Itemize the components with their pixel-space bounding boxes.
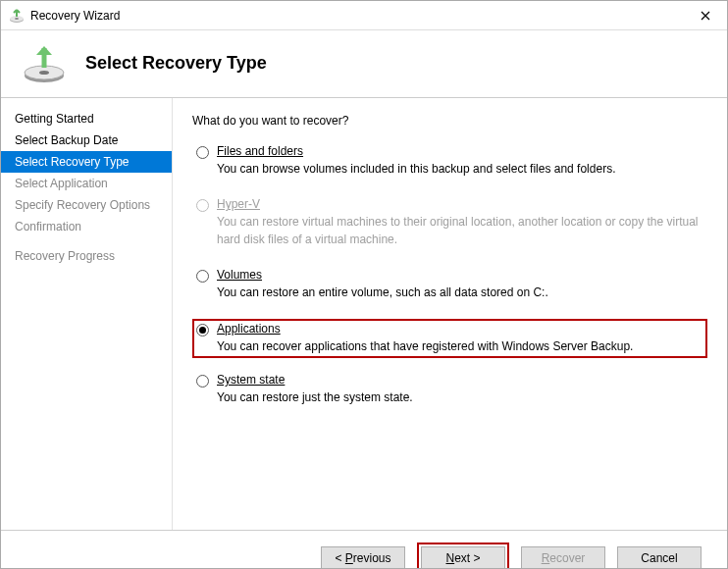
option-text: Applications You can recover application…: [217, 322, 703, 355]
option-text: Volumes You can restore an entire volume…: [217, 268, 703, 301]
recovery-icon: [9, 8, 25, 24]
wizard-footer: < Previous Next > Recover Cancel: [1, 530, 727, 569]
option-text: Files and folders You can browse volumes…: [217, 144, 703, 178]
svg-point-2: [15, 18, 19, 20]
option-desc: You can recover applications that have r…: [217, 338, 703, 355]
recover-button: Recover: [521, 546, 605, 569]
option-label: Hyper-V: [217, 197, 260, 211]
option-label: Volumes: [217, 268, 262, 282]
option-applications[interactable]: Applications You can recover application…: [192, 319, 707, 358]
wizard-header: Select Recovery Type: [1, 30, 727, 98]
window-title: Recovery Wizard: [30, 9, 692, 23]
option-desc: You can browse volumes included in this …: [217, 161, 703, 178]
option-desc: You can restore virtual machines to thei…: [217, 214, 703, 248]
radio-applications[interactable]: [196, 324, 209, 336]
recovery-large-icon: [21, 42, 68, 83]
sidebar-item-specify-recovery-options: Specify Recovery Options: [1, 194, 172, 216]
radio-files-and-folders[interactable]: [196, 146, 209, 159]
titlebar: Recovery Wizard: [1, 1, 727, 30]
option-text: Hyper-V You can restore virtual machines…: [217, 197, 703, 248]
radio-system-state[interactable]: [196, 375, 209, 388]
close-icon: [701, 11, 710, 21]
sidebar-item-confirmation: Confirmation: [1, 216, 172, 237]
option-hyper-v: Hyper-V You can restore virtual machines…: [192, 194, 707, 251]
option-text: System state You can restore just the sy…: [217, 373, 703, 406]
page-title: Select Recovery Type: [85, 53, 267, 74]
wizard-body: Getting Started Select Backup Date Selec…: [1, 98, 727, 530]
close-button[interactable]: [692, 5, 719, 26]
previous-button[interactable]: < Previous: [321, 546, 405, 569]
sidebar-item-recovery-progress: Recovery Progress: [1, 245, 172, 267]
option-system-state[interactable]: System state You can restore just the sy…: [192, 370, 707, 409]
option-label: System state: [217, 373, 285, 387]
main-panel: What do you want to recover? Files and f…: [173, 98, 727, 530]
option-volumes[interactable]: Volumes You can restore an entire volume…: [192, 265, 707, 304]
sidebar: Getting Started Select Backup Date Selec…: [1, 98, 173, 530]
option-label: Applications: [217, 322, 281, 336]
sidebar-item-select-recovery-type[interactable]: Select Recovery Type: [1, 151, 172, 173]
recovery-prompt: What do you want to recover?: [192, 114, 707, 128]
next-button[interactable]: Next >: [421, 546, 505, 569]
option-files-and-folders[interactable]: Files and folders You can browse volumes…: [192, 141, 707, 181]
sidebar-item-getting-started[interactable]: Getting Started: [1, 108, 172, 129]
next-button-highlight: Next >: [417, 543, 509, 569]
sidebar-item-select-application: Select Application: [1, 173, 172, 194]
option-desc: You can restore an entire volume, such a…: [217, 284, 703, 301]
option-label: Files and folders: [217, 144, 303, 158]
option-desc: You can restore just the system state.: [217, 389, 703, 406]
sidebar-item-select-backup-date[interactable]: Select Backup Date: [1, 129, 172, 151]
cancel-button[interactable]: Cancel: [617, 546, 702, 569]
svg-point-5: [39, 71, 49, 75]
radio-hyper-v: [196, 199, 209, 212]
radio-volumes[interactable]: [196, 270, 209, 283]
